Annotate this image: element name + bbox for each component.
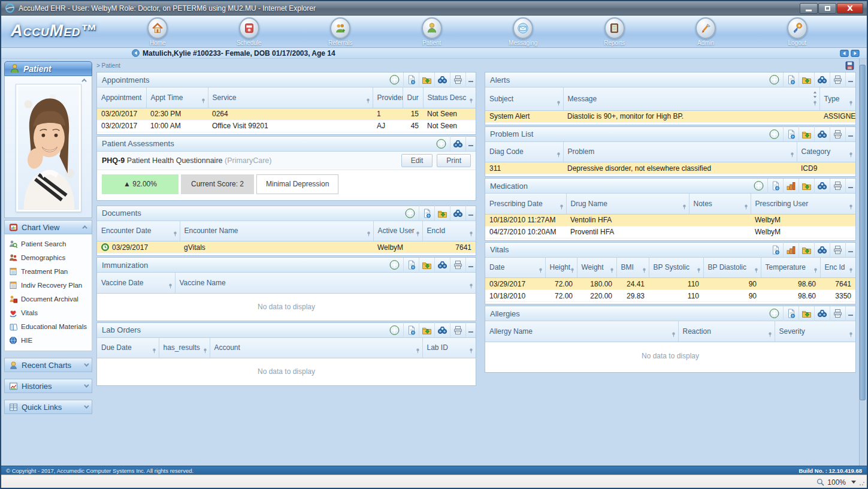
export-icon[interactable] [799,179,814,194]
sidebar-item-hie[interactable]: HIE [5,333,92,347]
nav-patient[interactable]: Patient [386,17,478,46]
filter-pin-icon[interactable] [849,268,853,273]
column-header[interactable]: Weight [577,258,616,278]
filter-pin-icon[interactable] [201,98,205,104]
zoom-dropdown-icon[interactable] [851,481,856,484]
filter-pin-icon[interactable] [367,231,371,237]
minimize-panel-icon[interactable] [465,322,476,337]
filter-pin-icon[interactable] [469,348,473,354]
filter-pin-icon[interactable] [557,152,561,158]
filter-pin-icon[interactable] [672,332,676,337]
export-icon[interactable] [799,242,814,257]
column-header[interactable]: EncId [422,221,476,242]
filter-pin-icon[interactable] [173,231,177,237]
add-icon[interactable] [402,206,418,221]
add-icon[interactable] [766,73,782,87]
add-icon[interactable] [751,179,766,194]
column-header[interactable]: has_results [159,338,210,358]
table-row[interactable]: System Alert Diastolic is 90+, monitor f… [485,110,855,122]
sidebar-item-demographics[interactable]: Demographics [5,250,92,264]
column-header[interactable]: BMI [616,258,649,278]
column-header[interactable]: Subject [485,87,563,110]
filter-pin-icon[interactable] [813,101,817,106]
nav-home[interactable]: Home [112,17,204,46]
search-binoculars-icon[interactable] [450,206,465,221]
filter-pin-icon[interactable] [744,204,748,210]
column-header[interactable]: Vaccine Date [97,273,175,293]
minimize-window-button[interactable] [800,3,818,14]
column-header[interactable]: Encounter Date [97,221,180,242]
add-icon[interactable] [766,306,782,321]
column-header[interactable]: Problem [563,142,797,162]
collapse-icon[interactable] [81,79,86,83]
scrollbar-thumb[interactable] [860,65,866,400]
copy-icon[interactable] [767,179,783,194]
column-header[interactable]: Prescribing Date [485,194,566,214]
column-header[interactable]: Status Desc [423,87,476,108]
filter-pin-icon[interactable] [469,98,473,104]
add-icon[interactable] [386,73,402,87]
add-icon[interactable] [386,322,402,337]
search-binoculars-icon[interactable] [814,306,830,321]
column-header[interactable]: Vaccine Name [175,273,476,293]
nav-logout[interactable]: Logout [752,17,843,46]
print-button[interactable]: Print [437,154,471,167]
column-header[interactable]: BP Systolic [649,258,703,278]
sidebar-item-patient-search[interactable]: Patient Search [5,237,92,250]
vertical-scrollbar[interactable] [859,59,866,466]
column-header[interactable]: Temperature [761,258,820,278]
minimize-panel-icon[interactable] [845,73,855,87]
minimize-panel-icon[interactable] [465,258,476,273]
table-row[interactable]: 311 Depressive disorder, not elsewhere c… [485,162,855,174]
sidebar-item-vitals[interactable]: Vitals [5,306,92,319]
sidebar-item-treatment-plan[interactable]: Treatment Plan [5,264,92,278]
export-icon[interactable] [799,73,814,87]
filter-pin-icon[interactable] [203,348,207,354]
print-icon[interactable] [450,73,465,87]
minimize-panel-icon[interactable] [465,206,476,221]
sidebar-patient-header[interactable]: Patient [4,61,92,76]
edit-button[interactable]: Edit [401,154,433,167]
column-header[interactable]: Drug Name [566,194,689,214]
filter-pin-icon[interactable] [849,332,853,337]
column-header[interactable]: Active User [373,221,422,242]
column-header[interactable]: Diag Code [485,142,563,162]
export-icon[interactable] [419,258,434,273]
sidebar-item-educational-materials[interactable]: Educational Materials [5,319,92,333]
zoom-level[interactable]: 100% [827,478,846,487]
table-row[interactable]: 03/29/2017 gVitals WelbyM 7641 [97,242,476,253]
column-header[interactable]: Message [563,87,819,110]
filter-pin-icon[interactable] [557,101,561,106]
minimize-panel-icon[interactable] [845,242,855,257]
filter-pin-icon[interactable] [682,204,686,210]
copy-icon[interactable] [783,126,799,141]
filter-pin-icon[interactable] [610,268,614,273]
column-header[interactable]: Lab ID [422,338,476,358]
filter-pin-icon[interactable] [469,231,473,237]
column-header[interactable]: Enc Id [820,258,855,278]
nav-admin[interactable]: Admin [660,17,752,46]
print-icon[interactable] [830,179,845,194]
table-row[interactable]: 03/20/2017 10:00 AM Office Visit 99201 A… [97,120,476,132]
table-row[interactable]: 03/20/2017 02:30 PM 0264 1 15 Not Seen [97,108,476,120]
copy-icon[interactable] [419,206,434,221]
chart-icon[interactable] [783,179,799,194]
minimize-panel-icon[interactable] [465,136,476,151]
search-binoculars-icon[interactable] [814,73,830,87]
export-icon[interactable] [799,306,814,321]
add-icon[interactable] [386,258,402,273]
filter-pin-icon[interactable] [813,268,818,273]
table-row[interactable]: 10/18/2010 72.00 220.00 29.83 110 90 98.… [485,290,855,302]
filter-pin-icon[interactable] [849,204,853,210]
nav-schedule[interactable]: Schedule [204,17,295,46]
copy-icon[interactable] [767,242,783,257]
sidebar-section-chart-view[interactable]: Chart View [4,220,92,234]
minimize-panel-icon[interactable] [845,179,855,194]
export-icon[interactable] [799,126,814,141]
filter-pin-icon[interactable] [539,268,543,273]
nav-reports[interactable]: Reports [569,17,661,46]
sidebar-section-recent-charts[interactable]: Recent Charts [4,358,92,372]
column-header[interactable]: Service [208,87,373,108]
export-icon[interactable] [419,322,434,337]
breadcrumb[interactable]: > Patient [96,62,120,69]
